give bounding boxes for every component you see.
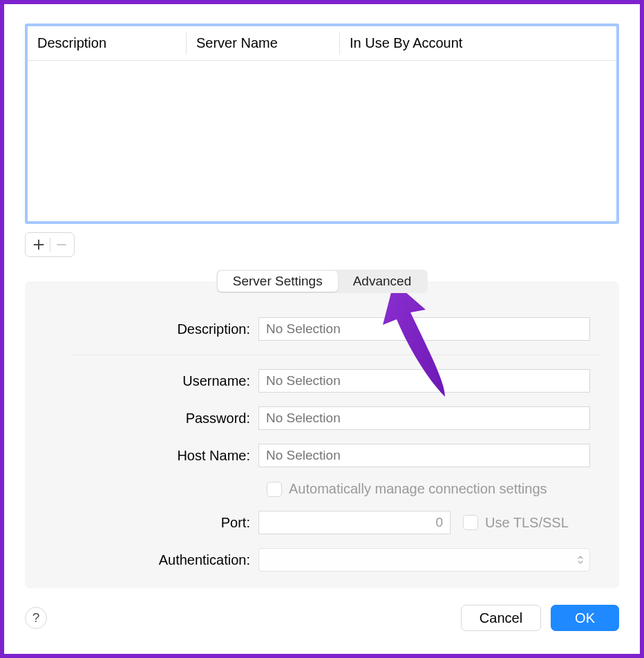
tab-server-settings[interactable]: Server Settings [218,271,338,292]
minus-icon [56,239,67,250]
footer: ? Cancel OK [25,605,619,631]
password-label: Password: [43,411,258,426]
table-header-in-use[interactable]: In Use By Account [340,32,616,55]
password-input[interactable] [258,406,590,430]
select-caret-icon [577,555,584,565]
ok-button[interactable]: OK [551,605,619,631]
server-table[interactable]: Description Server Name In Use By Accoun… [25,24,619,224]
tab-bar: Server Settings Advanced [25,270,619,293]
panel-divider [73,355,601,355]
tls-label: Use TLS/SSL [485,515,569,531]
tls-checkbox[interactable] [463,515,478,530]
table-header-server-name[interactable]: Server Name [187,32,340,55]
port-input[interactable] [258,511,451,534]
username-input[interactable] [258,369,590,393]
table-header-row: Description Server Name In Use By Accoun… [28,26,616,61]
settings-panel: Description: Username: Password: Host Na… [25,281,619,588]
auth-select[interactable] [258,548,590,572]
description-label: Description: [43,321,258,337]
add-remove-toolbar [25,232,75,257]
plus-icon [33,239,44,250]
auto-manage-checkbox[interactable] [267,482,282,497]
help-button[interactable]: ? [25,607,47,629]
auto-manage-label: Automatically manage connection settings [289,481,547,497]
description-input[interactable] [258,317,590,341]
cancel-button[interactable]: Cancel [461,605,541,631]
add-button[interactable] [28,234,50,256]
hostname-input[interactable] [258,444,590,467]
port-label: Port: [43,515,258,531]
auth-label: Authentication: [43,552,258,568]
tab-advanced[interactable]: Advanced [338,271,427,292]
username-label: Username: [43,373,258,389]
hostname-label: Host Name: [43,448,258,464]
table-header-description[interactable]: Description [28,32,187,55]
remove-button[interactable] [50,234,73,256]
